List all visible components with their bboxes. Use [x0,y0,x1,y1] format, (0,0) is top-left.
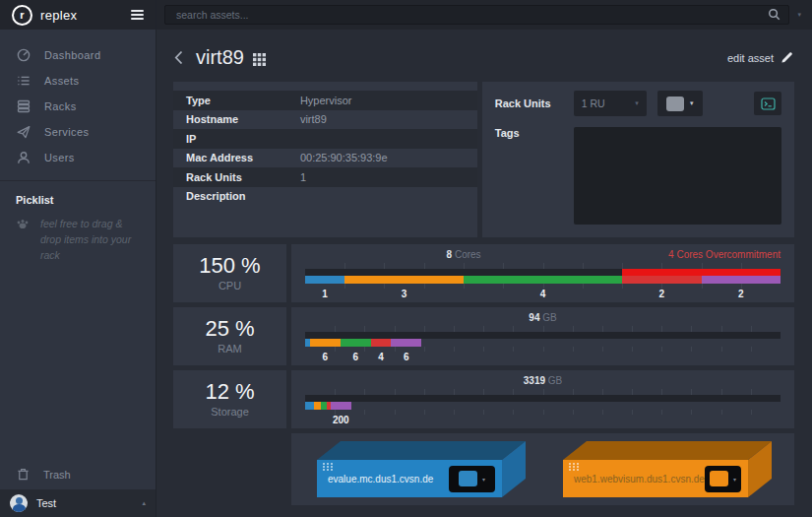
color-swatch [459,471,477,486]
racks-icon [17,99,31,113]
metric-name: CPU [219,280,241,291]
metric-summary: 150 %CPU [173,244,286,302]
sidebar-nav: Dashboard Assets Racks [0,30,156,170]
overcommitment-label: 4 Cores Overcommitment [668,249,781,260]
content: virt89 edit asset [156,30,812,517]
drag-handle-icon[interactable] [569,463,580,471]
capacity-bar [305,269,781,276]
segment-label: 4 [540,289,546,299]
chevron-down-icon: ▾ [733,476,736,483]
services-icon [17,125,31,139]
console-button[interactable] [754,92,781,115]
sidebar-item-assets[interactable]: Assets [0,68,156,94]
segment-label: 3 [402,289,407,299]
segment [305,402,314,410]
segment [314,402,321,410]
segment-label: 200 [333,415,349,425]
color-picker-button[interactable]: ▾ [657,91,703,116]
sidebar-item-label: Users [44,152,75,163]
segment [305,276,344,284]
picklist-hint-text: feel free to drag & drop items into your… [40,217,140,263]
metric-row-storage: 12 %Storage3319 GB200 [173,370,794,428]
metrics-section: 150 %CPU8 Cores4 Cores Overcommitment134… [173,244,794,428]
rack-units-label: Rack Units [495,97,574,109]
segment [464,276,622,284]
sidebar-item-services[interactable]: Services [0,119,156,145]
details-section: Type Hypervisor Hostname virt89 IP Mac A… [173,82,794,237]
brand-logo-icon: r [12,5,32,26]
edit-asset-button[interactable]: edit asset [727,51,793,64]
vm-box[interactable]: web1.webvisum.dus1.cvsn.de ▾ [563,441,772,498]
metric-percent: 150 % [199,255,260,277]
tags-input[interactable] [574,127,781,225]
vm-box[interactable]: evalue.mc.dus1.cvsn.de ▾ [317,441,526,498]
segments-bar [305,276,781,284]
trash-icon [17,468,30,481]
capacity-label: 8 Cores [447,249,481,260]
segment-label: 6 [404,352,409,362]
assets-icon [17,74,31,88]
vm-color-select[interactable]: ▾ [449,466,495,492]
vm-hostname: web1.webvisum.dus1.cvsn.de [574,474,705,485]
segments-bar [305,402,781,410]
segment [331,402,351,410]
vm-color-select[interactable]: ▾ [705,466,741,492]
metric-chart: 3319 GB200 [291,370,794,428]
sidebar-item-users[interactable]: Users [0,145,156,170]
sidebar: r replex Dashboard Assets [0,0,156,517]
page-title: virt89 [196,46,244,69]
pencil-icon [781,51,793,64]
user-avatar [10,494,28,512]
segment [702,276,781,284]
metric-row-cpu: 150 %CPU8 Cores4 Cores Overcommitment134… [173,244,794,302]
user-name: Test [36,497,56,509]
search-input[interactable] [164,5,789,25]
metric-top-labels: 8 Cores4 Cores Overcommitment [305,249,781,262]
drag-handle-icon[interactable] [323,463,334,471]
sidebar-item-racks[interactable]: Racks [0,94,156,119]
segment-label: 1 [322,289,328,299]
sidebar-item-label: Dashboard [44,49,100,61]
chevron-down-icon: ▾ [690,99,694,107]
sidebar-item-dashboard[interactable]: Dashboard [0,42,156,68]
search-icon[interactable] [768,8,781,21]
table-row: Rack Units 1 [173,167,477,187]
metric-summary: 25 %RAM [173,307,286,365]
metric-name: Storage [211,406,249,418]
search-options-caret-icon[interactable]: ▾ [789,11,804,19]
color-swatch [666,97,684,111]
segment-label: 2 [659,289,665,299]
vm-hostname: evalue.mc.dus1.cvsn.de [328,474,433,485]
table-row: Hostname virt89 [173,110,477,130]
rack-units-select[interactable]: 1 RU ▾ [574,91,647,116]
main-area: ▾ virt89 edit asset [156,0,812,517]
user-menu[interactable]: Test ▴ [0,489,156,517]
metric-top-labels: 3319 GB [305,375,781,388]
users-icon [17,151,31,164]
overcommitment-bar [622,269,781,276]
chevron-down-icon: ▾ [482,476,485,483]
rack-view-grid-icon[interactable] [253,53,266,66]
segment [371,339,392,347]
page-header: virt89 edit asset [173,30,794,82]
segments-bar [305,339,781,347]
segment [622,276,701,284]
segment-labels: 200 [305,415,781,427]
segment-label: 2 [738,289,744,299]
metric-top-labels: 94 GB [305,312,781,325]
capacity-label: 3319 GB [524,375,562,386]
segment [344,276,464,284]
sidebar-item-trash[interactable]: Trash [0,459,156,489]
metric-bar-zone [305,325,781,352]
logo-bar: r replex [0,0,156,30]
topbar: ▾ [156,0,812,30]
metric-chart: 8 Cores4 Cores Overcommitment13422 [291,244,794,302]
table-row: Mac Address 00:25:90:35:93:9e [173,149,477,168]
edit-asset-label: edit asset [727,52,774,64]
metric-summary: 12 %Storage [173,370,286,428]
hamburger-menu-icon[interactable] [131,10,144,20]
back-button[interactable] [174,50,183,65]
trash-label: Trash [43,469,71,481]
metric-chart: 94 GB6646 [291,307,794,365]
capacity-bar [305,332,781,339]
